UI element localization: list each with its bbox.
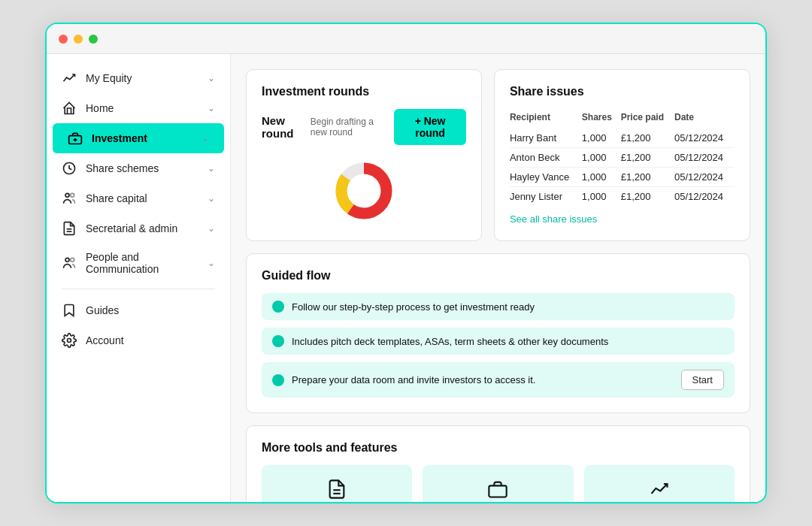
sidebar-divider	[62, 289, 215, 289]
donut-chart-container	[262, 157, 466, 225]
investment-rounds-card: Investment rounds New round Begin drafti…	[246, 69, 482, 241]
svg-point-4	[65, 193, 69, 197]
start-button[interactable]: Start	[681, 370, 724, 390]
table-row: Hayley Vance1,000£1,20005/12/2024	[510, 168, 735, 187]
document-icon	[62, 221, 77, 236]
more-tools-title: More tools and features	[262, 441, 735, 455]
minimize-dot[interactable]	[74, 35, 83, 44]
tools-grid: Data rooms SEIS & EIS Legacy waterfall m…	[262, 465, 735, 502]
col-price: Price paid	[621, 109, 674, 128]
cell-recipient: Jenny Lister	[510, 187, 582, 207]
sidebar-label-investment: Investment	[92, 132, 192, 144]
svg-point-14	[349, 176, 379, 206]
guided-flow-items: Follow our step-by-step process to get i…	[262, 293, 735, 398]
cell-date: 05/12/2024	[674, 187, 735, 207]
tool-item-data-rooms[interactable]: Data rooms	[262, 465, 412, 502]
app-body: My Equity ⌄ Home ⌄	[47, 54, 765, 502]
sidebar-label-guides: Guides	[86, 304, 215, 316]
sidebar-item-investment[interactable]: Investment ⌄	[53, 123, 224, 153]
sidebar-item-account[interactable]: Account	[47, 325, 230, 355]
chevron-icon-investment: ⌄	[201, 133, 209, 144]
cell-recipient: Harry Bant	[510, 128, 582, 148]
sidebar-label-people-communication: People and Communication	[86, 251, 198, 275]
table-row: Anton Beck1,000£1,20005/12/2024	[510, 148, 735, 168]
guided-dot-icon	[272, 301, 284, 313]
guided-flow-item: Includes pitch deck templates, ASAs, ter…	[262, 328, 735, 355]
home-icon	[62, 101, 77, 116]
chart-line-icon	[649, 479, 670, 502]
guided-item-text: Follow our step-by-step process to get i…	[292, 301, 724, 313]
document-icon	[326, 479, 347, 502]
chart-line-icon	[62, 71, 77, 86]
cell-shares: 1,000	[582, 168, 621, 187]
sidebar-label-share-schemes: Share schemes	[86, 162, 198, 174]
svg-point-9	[71, 258, 74, 261]
table-row: Harry Bant1,000£1,20005/12/2024	[510, 128, 735, 148]
sidebar: My Equity ⌄ Home ⌄	[47, 54, 231, 502]
sidebar-item-home[interactable]: Home ⌄	[47, 93, 230, 123]
guided-dot-icon	[272, 335, 284, 347]
guided-dot-icon	[272, 374, 284, 386]
svg-point-8	[65, 258, 69, 261]
sidebar-item-secretarial-admin[interactable]: Secretarial & admin ⌄	[47, 213, 230, 243]
sidebar-item-guides[interactable]: Guides	[47, 295, 230, 325]
sidebar-label-home: Home	[86, 102, 198, 114]
guided-flow-card: Guided flow Follow our step-by-step proc…	[246, 253, 750, 413]
col-shares: Shares	[582, 109, 621, 128]
guided-item-text: Prepare your data room and invite invest…	[292, 374, 674, 385]
briefcase-icon	[68, 131, 83, 146]
bookmark-icon	[62, 303, 77, 318]
chevron-icon-share-capital: ⌄	[208, 193, 215, 204]
chevron-icon-my-equity: ⌄	[208, 73, 215, 83]
col-recipient: Recipient	[510, 109, 582, 128]
new-round-sublabel: Begin drafting a new round	[311, 116, 386, 138]
svg-point-10	[68, 339, 71, 343]
guided-flow-title: Guided flow	[262, 269, 735, 283]
tool-item-legacy-waterfall[interactable]: Legacy waterfall modelling	[584, 465, 735, 502]
chevron-icon-home: ⌄	[208, 103, 215, 113]
sidebar-item-my-equity[interactable]: My Equity ⌄	[47, 63, 230, 93]
sidebar-label-account: Account	[86, 334, 215, 346]
cell-shares: 1,000	[582, 128, 621, 148]
cell-price: £1,200	[621, 187, 674, 207]
col-date: Date	[674, 109, 735, 128]
sidebar-label-my-equity: My Equity	[86, 72, 198, 84]
gear-icon	[62, 333, 77, 348]
browser-toolbar	[47, 24, 765, 54]
users-icon	[62, 191, 77, 206]
chevron-icon-share-schemes: ⌄	[208, 163, 215, 174]
tool-item-seis-eis[interactable]: SEIS & EIS	[423, 465, 573, 502]
sidebar-item-people-communication[interactable]: People and Communication ⌄	[47, 243, 230, 283]
share-issues-table: Recipient Shares Price paid Date Harry B…	[510, 109, 735, 206]
sidebar-item-share-schemes[interactable]: Share schemes ⌄	[47, 153, 230, 183]
clock-icon	[62, 161, 77, 176]
share-issues-title: Share issues	[510, 85, 735, 98]
people-icon	[62, 255, 77, 271]
maximize-dot[interactable]	[89, 35, 98, 44]
guided-item-text: Includes pitch deck templates, ASAs, ter…	[292, 336, 724, 347]
cell-shares: 1,000	[582, 148, 621, 168]
browser-window: My Equity ⌄ Home ⌄	[45, 23, 767, 503]
guided-flow-item: Prepare your data room and invite invest…	[262, 362, 735, 398]
new-round-label: New round	[262, 114, 303, 140]
new-round-button[interactable]: + New round	[394, 109, 466, 145]
cell-date: 05/12/2024	[674, 168, 735, 187]
main-content: Investment rounds New round Begin drafti…	[231, 54, 765, 502]
top-row: Investment rounds New round Begin drafti…	[246, 69, 750, 241]
investment-rounds-title: Investment rounds	[262, 85, 466, 98]
svg-point-5	[71, 193, 74, 197]
new-round-row: New round Begin drafting a new round + N…	[262, 109, 466, 145]
close-dot[interactable]	[59, 35, 68, 44]
see-all-share-issues-link[interactable]: See all share issues	[510, 213, 597, 225]
cell-recipient: Hayley Vance	[510, 168, 582, 187]
more-tools-card: More tools and features Data rooms SEIS …	[246, 425, 750, 502]
share-issues-card: Share issues Recipient Shares Price paid…	[494, 69, 750, 241]
chevron-icon-people: ⌄	[208, 258, 215, 268]
sidebar-item-share-capital[interactable]: Share capital ⌄	[47, 183, 230, 213]
cell-shares: 1,000	[582, 187, 621, 207]
chevron-icon-secretarial: ⌄	[208, 223, 215, 234]
table-row: Jenny Lister1,000£1,20005/12/2024	[510, 187, 735, 207]
sidebar-label-secretarial: Secretarial & admin	[86, 222, 198, 234]
sidebar-label-share-capital: Share capital	[86, 192, 198, 204]
cell-recipient: Anton Beck	[510, 148, 582, 168]
